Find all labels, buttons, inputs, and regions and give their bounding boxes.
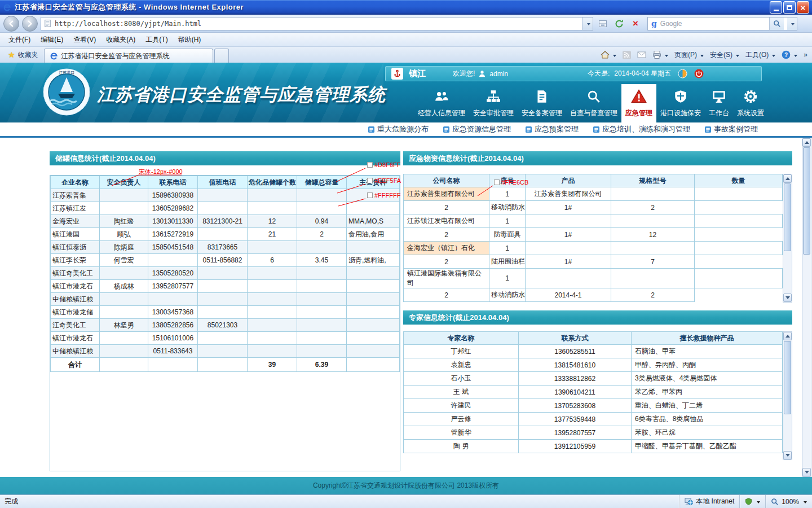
nav-item[interactable]: 安全审批管理 — [469, 84, 518, 122]
tank-table: 企业名称安全负责人联系电话值班电话危化品储罐个数储罐总容量主要货种江苏索普集15… — [50, 176, 400, 372]
experts-scrollbar[interactable] — [783, 331, 792, 460]
search-box[interactable]: g Google — [647, 17, 797, 30]
company-cell: 江苏索普集团有限公司 — [404, 187, 489, 201]
minimize-button[interactable] — [770, 1, 782, 14]
scroll-down-button[interactable] — [783, 294, 792, 302]
annotation-highlight-color: #FFE6CB — [494, 179, 528, 186]
svg-text:?: ? — [784, 52, 788, 58]
warning-icon — [631, 88, 647, 105]
menu-item[interactable]: 工具(T) — [140, 33, 173, 47]
page-header: 江苏港口 江苏省港口安全监管与应急管理系统 镇江 欢迎您! admin 今天是:… — [0, 63, 812, 122]
nav-item[interactable]: 港口设施保安 — [656, 84, 705, 122]
supplies-scrollbar[interactable] — [783, 174, 792, 303]
tank-cell: 沥青,燃料油, — [347, 254, 400, 267]
address-field[interactable]: http://localhost:8080/yjpt/Main.html — [41, 17, 593, 30]
nav-item[interactable]: 自查与督查管理 — [566, 84, 621, 122]
back-button[interactable] — [3, 16, 19, 32]
menu-item[interactable]: 编辑(E) — [36, 33, 68, 47]
scroll-thumb[interactable] — [784, 183, 791, 251]
expert-cell: 13775359448 — [519, 413, 632, 426]
scroll-up-button[interactable] — [783, 332, 792, 340]
scroll-down-button[interactable] — [783, 451, 792, 459]
print-button[interactable] — [652, 50, 668, 59]
tank-cell — [198, 267, 248, 280]
menu-item[interactable]: 收藏夹(A) — [101, 33, 140, 47]
supplies-panel: 应急物资信息统计(截止2014.04.04) 公司名称序号产品规格型号数量江苏索… — [403, 151, 792, 303]
safety-menu-button[interactable]: 安全(S) — [710, 50, 739, 60]
nav-item-label: 安全备案管理 — [522, 108, 562, 118]
tank-cell — [297, 202, 347, 215]
search-button[interactable] — [769, 17, 784, 30]
home-round-icon[interactable] — [678, 69, 687, 78]
nav-item-label: 工作台 — [709, 108, 729, 118]
supplies-cell: 1 — [489, 242, 526, 255]
menu-item[interactable]: 帮助(H) — [173, 33, 206, 47]
help-button[interactable]: ? — [782, 50, 797, 59]
scroll-up-button[interactable] — [783, 174, 792, 183]
subnav-item[interactable]: 事故案例管理 — [705, 124, 758, 134]
scroll-thumb[interactable] — [784, 341, 791, 414]
supplies-cell: 2 — [404, 288, 489, 302]
expert-row: 管新华13952807557苯胺、环己烷 — [404, 426, 783, 440]
subnav-item[interactable]: 应急资源信息管理 — [443, 124, 511, 134]
today-label: 今天是: — [588, 69, 610, 78]
menu-item[interactable]: 文件(F) — [3, 33, 36, 47]
subnav-item[interactable]: 应急培训、演练和演习管理 — [593, 124, 690, 134]
toolbar-overflow-chevron[interactable]: » — [804, 51, 807, 59]
stop-button[interactable]: × — [629, 17, 642, 30]
close-button[interactable]: × — [797, 1, 809, 14]
tank-cell: 镇江李长荣 — [51, 254, 100, 267]
browser-tab[interactable]: 江苏省港口安全监管与应急管理系统 — [44, 49, 213, 63]
search-dropdown[interactable] — [787, 17, 797, 30]
nav-item[interactable]: 系统设置 — [733, 84, 768, 122]
tank-cell: 何雪宏 — [100, 254, 148, 267]
zoom-button[interactable]: 100% — [765, 495, 812, 508]
security-zone: 本地 Intranet — [679, 495, 739, 508]
tank-column-header: 联系电话 — [148, 176, 198, 189]
page-menu-button[interactable]: 页面(P) — [674, 50, 704, 60]
logout-icon[interactable] — [694, 69, 704, 78]
supplies-cell: 2 — [404, 228, 489, 242]
tank-cell: 镇江奇美化工 — [51, 267, 100, 280]
protected-mode-button[interactable] — [739, 495, 765, 508]
home-button[interactable] — [601, 50, 616, 59]
feeds-button[interactable] — [623, 51, 631, 59]
expert-cell: 严云修 — [404, 413, 519, 426]
nav-item[interactable]: 应急管理 — [621, 84, 656, 122]
scroll-thumb[interactable] — [803, 147, 810, 255]
home-icon — [601, 50, 610, 59]
supplies-row: 江苏索普集团有限公司1江苏索普集团有限公司 — [404, 187, 783, 201]
tools-menu-button[interactable]: 工具(O) — [745, 50, 775, 60]
refresh-button[interactable] — [612, 17, 626, 30]
tank-cell — [100, 267, 148, 280]
company-cell: 金海宏业（镇江）石化 — [404, 242, 489, 255]
subnav-item[interactable]: 重大危险源分布 — [368, 124, 429, 134]
tank-cell — [248, 189, 297, 202]
read-mail-button[interactable] — [637, 50, 646, 59]
scroll-up-button[interactable] — [802, 138, 811, 147]
address-dropdown[interactable] — [582, 17, 593, 30]
scroll-down-button[interactable] — [802, 468, 811, 476]
page-scrollbar[interactable] — [802, 138, 811, 477]
tank-cell: 江苏镇江发 — [51, 202, 100, 215]
nav-item[interactable]: 经营人信息管理 — [414, 84, 469, 122]
subnav-item[interactable]: 应急预案管理 — [526, 124, 579, 134]
restore-button[interactable] — [783, 1, 796, 14]
new-tab-button[interactable] — [214, 49, 229, 63]
nav-item[interactable]: 安全备案管理 — [518, 84, 566, 122]
forward-button[interactable] — [22, 16, 38, 32]
star-icon: ★ — [8, 50, 15, 59]
tab-favicon-icon — [50, 52, 58, 60]
annotation-checkbox — [367, 162, 373, 168]
supplies-row: 2防毒面具1#12 — [404, 228, 783, 242]
compatibility-view-button[interactable] — [596, 17, 610, 30]
tank-row: 江苏镇江发13605289682 — [51, 202, 400, 215]
menu-item[interactable]: 查看(V) — [68, 33, 101, 47]
tank-cell — [248, 345, 297, 358]
nav-item[interactable]: 工作台 — [705, 84, 733, 122]
tank-cell: 13805282856 — [148, 319, 198, 332]
tank-row: 镇江市港龙石杨成林13952807577 — [51, 280, 400, 293]
tank-cell: 林坚勇 — [100, 319, 148, 332]
favorites-button[interactable]: ★ 收藏夹 — [2, 48, 44, 62]
experts-header-row: 专家名称联系方式擅长救援物种产品 — [404, 332, 783, 345]
